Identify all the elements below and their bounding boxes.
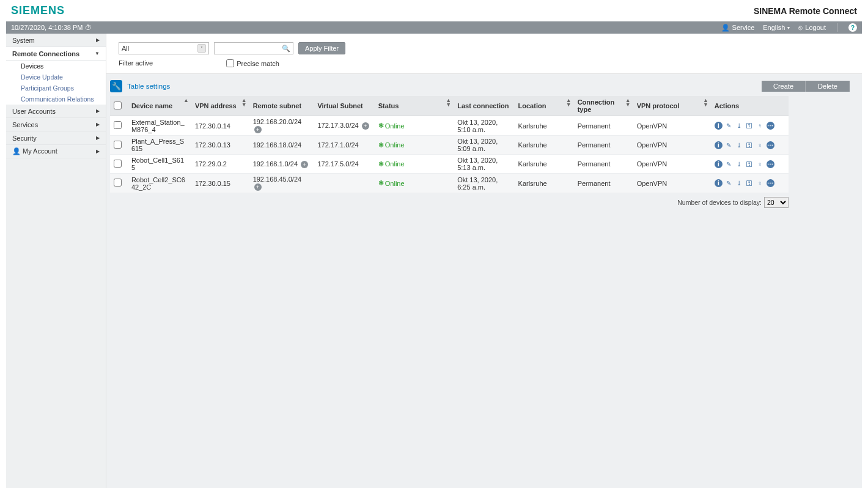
expand-subnet-icon[interactable]: + <box>301 161 308 168</box>
sort-icon: ▲▼ <box>625 98 631 107</box>
vpn-address-cell: 172.30.0.15 <box>191 174 249 193</box>
edit-icon[interactable]: ✎ <box>725 179 733 187</box>
logout-label: Logout <box>805 24 826 31</box>
info-icon[interactable]: i <box>715 160 723 168</box>
service-label: Service <box>732 24 755 31</box>
more-icon[interactable]: ⋯ <box>767 179 774 187</box>
cert-icon[interactable]: ♀ <box>756 160 764 168</box>
edit-icon[interactable]: ✎ <box>725 160 733 168</box>
language-select[interactable]: English ▾ <box>763 24 790 31</box>
select-all-checkbox[interactable] <box>114 102 122 109</box>
column-header[interactable]: Status▲▼ <box>375 96 454 116</box>
last-connection-cell: Okt 13, 2020, 6:25 a.m. <box>454 174 514 193</box>
chevron-right-icon: ▶ <box>96 108 100 114</box>
edit-icon[interactable]: ✎ <box>725 141 733 149</box>
row-checkbox[interactable] <box>114 179 122 187</box>
filter-select-value: All <box>122 45 129 52</box>
devices-table: Device name▲VPN address▲▼Remote subnetVi… <box>110 96 789 193</box>
language-label: English <box>763 24 785 31</box>
sort-icon: ▲ <box>183 98 189 103</box>
status-cell: ❃Online <box>375 116 454 136</box>
download-icon[interactable]: ⤓ <box>735 122 743 130</box>
download-icon[interactable]: ⤓ <box>735 179 743 187</box>
datetime-text: 10/27/2020, 4:10:38 PM <box>11 24 83 31</box>
expand-subnet-icon[interactable]: + <box>254 183 262 191</box>
column-header <box>110 96 128 116</box>
key-icon[interactable]: ⚿ <box>746 141 754 149</box>
location-cell: Karlsruhe <box>515 174 574 193</box>
sort-icon: ▲▼ <box>566 98 572 107</box>
vpn-address-cell: 172.30.0.14 <box>191 116 249 136</box>
pager-label: Number of devices to display: <box>677 199 762 206</box>
column-header[interactable]: Last connection <box>454 96 514 116</box>
chevron-right-icon: ▶ <box>96 149 100 154</box>
precise-match-checkbox[interactable] <box>226 59 234 67</box>
last-connection-cell: Okt 13, 2020, 5:10 a.m. <box>454 116 514 136</box>
precise-match-option[interactable]: Precise match <box>226 59 279 67</box>
logout-link[interactable]: ⎋ Logout <box>798 24 826 31</box>
filter-search-input[interactable] <box>217 45 282 52</box>
sidebar-sub-participant-groups[interactable]: Participant Groups <box>6 83 106 94</box>
apply-filter-button[interactable]: Apply Filter <box>298 42 345 54</box>
more-icon[interactable]: ⋯ <box>767 141 774 149</box>
sidebar-sub-communication-relations[interactable]: Communication Relations <box>6 94 106 105</box>
cert-icon[interactable]: ♀ <box>756 122 764 130</box>
key-icon[interactable]: ⚿ <box>746 160 754 168</box>
remote-subnet-cell: 192.168.45.0/24 + <box>249 174 314 193</box>
info-icon[interactable]: i <box>715 141 723 149</box>
actions-cell: i✎⤓⚿♀⋯ <box>711 136 789 155</box>
create-button[interactable]: Create <box>762 81 806 92</box>
vpn-address-cell: 172.30.0.13 <box>191 136 249 155</box>
cert-icon[interactable]: ♀ <box>756 141 764 149</box>
sidebar-item-user-accounts[interactable]: User Accounts▶ <box>6 105 106 118</box>
row-checkbox[interactable] <box>114 160 122 168</box>
vpn-protocol-cell: OpenVPN <box>633 136 711 155</box>
sidebar-item-label: 👤My Account <box>12 147 57 155</box>
sidebar-sub-device-update[interactable]: Device Update <box>6 72 106 83</box>
service-link[interactable]: 👤 Service <box>721 24 755 32</box>
cert-icon[interactable]: ♀ <box>756 179 764 187</box>
delete-button[interactable]: Delete <box>806 81 850 92</box>
row-checkbox[interactable] <box>114 121 122 129</box>
pager-select[interactable]: 102050100 <box>764 197 789 208</box>
download-icon[interactable]: ⤓ <box>735 141 743 149</box>
remote-subnet-cell: 192.168.1.0/24 + <box>249 155 314 174</box>
key-icon[interactable]: ⚿ <box>746 179 754 187</box>
table-row: Robot_Cell2_SC642_2C172.30.0.15192.168.4… <box>110 174 789 193</box>
column-header[interactable]: Location▲▼ <box>515 96 574 116</box>
expand-subnet-icon[interactable]: + <box>254 126 262 133</box>
expand-subnet-icon[interactable]: + <box>362 122 369 130</box>
column-header[interactable]: Connection type▲▼ <box>574 96 633 116</box>
more-icon[interactable]: ⋯ <box>767 122 774 130</box>
key-icon[interactable]: ⚿ <box>746 122 754 130</box>
sidebar-item-system[interactable]: System▶ <box>6 34 106 47</box>
virtual-subnet-cell: 172.17.5.0/24 <box>314 155 374 174</box>
column-header[interactable]: Actions <box>711 96 789 116</box>
column-header[interactable]: Device name▲ <box>128 96 191 116</box>
sidebar-item-label: System <box>12 37 35 44</box>
column-header[interactable]: VPN protocol▲▼ <box>633 96 711 116</box>
row-checkbox[interactable] <box>114 141 122 149</box>
help-button[interactable]: ? <box>848 23 857 32</box>
download-icon[interactable]: ⤓ <box>735 160 743 168</box>
sort-icon: ▲▼ <box>703 98 708 107</box>
column-header[interactable]: VPN address▲▼ <box>191 96 249 116</box>
column-header[interactable]: Remote subnet <box>249 96 314 116</box>
filter-select[interactable]: All ˅ <box>119 42 209 54</box>
wrench-icon[interactable]: 🔧 <box>110 80 122 92</box>
more-icon[interactable]: ⋯ <box>767 160 774 168</box>
table-settings-link[interactable]: Table settings <box>127 83 170 90</box>
filter-search[interactable]: 🔍 <box>214 42 293 54</box>
column-header[interactable]: Virtual Subnet <box>314 96 374 116</box>
sidebar-item-my-account[interactable]: 👤My Account▶ <box>6 145 106 158</box>
sidebar-item-security[interactable]: Security▶ <box>6 131 106 145</box>
info-icon[interactable]: i <box>715 122 723 130</box>
device-name-cell: Plant_A_Press_S615 <box>128 136 191 155</box>
virtual-subnet-cell: 172.17.1.0/24 <box>314 136 374 155</box>
sidebar-item-remote-connections[interactable]: Remote Connections▼ <box>6 47 106 61</box>
status-cell: ❃Online <box>375 155 454 174</box>
edit-icon[interactable]: ✎ <box>725 122 733 130</box>
sidebar-sub-devices[interactable]: Devices <box>6 61 106 72</box>
info-icon[interactable]: i <box>715 179 723 187</box>
sidebar-item-services[interactable]: Services▶ <box>6 118 106 131</box>
